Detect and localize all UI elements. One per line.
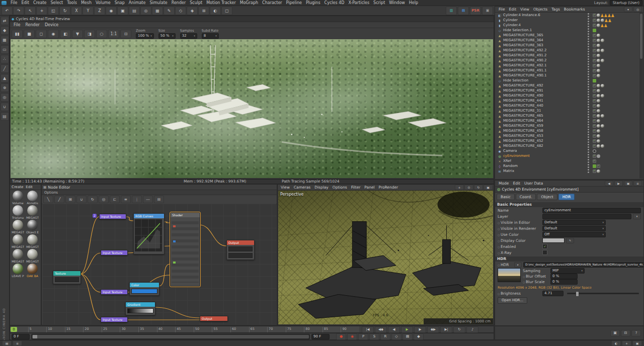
attribute-tab[interactable]: Basic <box>497 194 515 200</box>
record-rotation-icon[interactable]: R <box>380 333 390 340</box>
sphere-tag-icon[interactable] <box>601 39 604 42</box>
gradient-bar[interactable] <box>127 308 153 313</box>
check-tag-icon[interactable] <box>593 169 596 173</box>
open-hdr-button[interactable]: Open HDR... <box>498 297 527 304</box>
menu-item[interactable]: Script <box>371 0 387 6</box>
layer-panel-icon[interactable]: ▣ <box>632 340 642 346</box>
node-output[interactable]: Output <box>226 240 255 260</box>
render-queue-icon[interactable]: ▤ <box>2 340 12 346</box>
check-tag-icon[interactable] <box>593 39 596 42</box>
sphere-tag-icon[interactable] <box>601 114 604 118</box>
object-row[interactable]: XRef <box>496 158 639 163</box>
visibility-dots[interactable] <box>586 139 591 143</box>
attribute-tab[interactable]: HDR <box>558 194 575 200</box>
pause-icon[interactable]: ▮▮ <box>12 30 23 38</box>
material-item[interactable]: MEGAST <box>25 249 40 263</box>
visibility-dots[interactable] <box>586 144 591 148</box>
menu-item[interactable]: Create <box>31 0 49 6</box>
record-scale-icon[interactable]: S <box>369 333 379 340</box>
output-field[interactable] <box>228 246 253 251</box>
object-row[interactable]: MEGASTRUCTURE_441 <box>496 98 639 103</box>
record-parameter-icon[interactable]: ◇ <box>391 333 401 340</box>
sphere-tag-icon[interactable] <box>597 114 600 118</box>
keyframe-selection-icon[interactable]: ◆ <box>414 333 424 340</box>
material-item[interactable]: MEGAST <box>11 249 25 263</box>
menu-item[interactable]: Select <box>48 0 65 6</box>
sphere-tag-icon[interactable] <box>597 139 600 143</box>
object-row[interactable]: MEGASTRUCTURE_491 <box>496 88 639 93</box>
sphere-tag-icon[interactable] <box>597 169 600 173</box>
material-item[interactable]: LEAVE P <box>11 264 25 278</box>
menu-item[interactable]: File <box>9 0 19 6</box>
texture-mode-icon[interactable]: ▦ <box>1 36 9 44</box>
basic-properties-section[interactable]: Basic Properties <box>495 202 643 207</box>
preview-menu-item[interactable]: Device <box>42 22 61 28</box>
model-mode-icon[interactable]: ◆ <box>1 26 9 35</box>
attribute-tab[interactable]: Coord. <box>516 194 536 200</box>
object-row[interactable]: Cylinder.4 Instance.6 <box>496 13 639 18</box>
sampling-select[interactable]: MIP <box>550 268 585 274</box>
range-thumb[interactable] <box>33 335 37 338</box>
visibility-dots[interactable] <box>586 99 591 103</box>
lock-icon[interactable]: ▣ <box>624 181 632 186</box>
node-input-texture-4[interactable]: Input Texture <box>101 317 128 322</box>
visibility-dots[interactable] <box>586 18 591 23</box>
polygons-mode-icon[interactable]: ▲ <box>1 74 9 82</box>
material-menu-item[interactable]: Edit <box>26 184 33 190</box>
circle-icon[interactable]: ◎ <box>99 196 109 203</box>
check-tag-icon[interactable] <box>593 64 596 67</box>
material-item[interactable]: Object E <box>25 220 40 234</box>
object-row[interactable]: MEGASTRUCTURE_453 <box>496 133 639 138</box>
generator-icon[interactable]: ◇ <box>175 7 186 15</box>
sphere-tag-icon[interactable] <box>601 124 604 128</box>
visibility-dots[interactable] <box>586 28 591 33</box>
layout-selector[interactable]: Startup (User) <box>610 0 642 6</box>
menu-item[interactable]: Simulate <box>147 0 169 6</box>
check-tag-icon[interactable] <box>593 14 596 17</box>
check-tag-icon[interactable] <box>593 94 596 98</box>
visibility-dots[interactable] <box>586 159 591 163</box>
sphere-tag-icon[interactable] <box>597 124 600 128</box>
sphere-tag-icon[interactable] <box>597 44 600 47</box>
check-tag-icon[interactable] <box>593 49 596 52</box>
prev-key-icon[interactable]: ◀◆ <box>375 326 387 333</box>
check-tag-icon[interactable] <box>593 19 596 22</box>
visibility-dots[interactable] <box>586 134 591 138</box>
snapshot-icon[interactable]: ◨ <box>84 30 95 38</box>
menu-item[interactable]: Sculpt <box>188 0 204 6</box>
hdr-file-path[interactable]: D:\mc_design_ext\Textures\HDRI\HDRIHAVEN… <box>525 263 644 267</box>
menu-item[interactable]: Pipeline <box>284 0 304 6</box>
preview-menu-item[interactable]: Render <box>23 22 42 28</box>
viewport-menu-item[interactable]: Display <box>312 185 331 191</box>
visibility-dots[interactable] <box>586 83 591 88</box>
sphere-tag-icon[interactable] <box>597 94 600 98</box>
align-middle-icon[interactable]: ≡ <box>121 196 131 203</box>
camera-icon[interactable]: ▢ <box>221 7 232 15</box>
sphere-tag-icon[interactable] <box>601 144 604 148</box>
visibility-dots[interactable] <box>586 129 591 133</box>
visibility-dots[interactable] <box>586 43 591 48</box>
visibility-dots[interactable] <box>586 73 591 78</box>
next-frame-icon[interactable]: ▶ <box>414 326 426 333</box>
visibility-dots[interactable] <box>586 94 591 98</box>
object-row[interactable]: Hide Selection <box>496 78 639 83</box>
object-row[interactable]: Cylinder <box>496 18 639 23</box>
panel-menu-icon[interactable]: ≡ <box>633 181 642 186</box>
grid-snap-icon[interactable]: ⊞ <box>65 196 75 203</box>
attribute-menu-item[interactable]: Mode <box>497 181 511 187</box>
sphere-tag-icon[interactable] <box>597 59 600 62</box>
menu-item[interactable]: Volume <box>94 0 113 6</box>
pan-view-icon[interactable]: + <box>455 185 464 190</box>
layout-panes-icon[interactable]: ▥ <box>446 7 457 15</box>
material-item[interactable]: MEGAST <box>25 205 40 219</box>
object-row[interactable]: MEGASTRUCTURE_490.2 <box>496 58 639 63</box>
visibility-dots[interactable] <box>586 109 591 113</box>
dock-icon[interactable]: ⊟ <box>621 330 630 336</box>
camera-label[interactable]: Perspective <box>280 192 303 197</box>
object-row[interactable]: MEGASTRUCTURE_364 <box>496 38 639 43</box>
viewport-menu-item[interactable]: ProRender <box>377 185 400 191</box>
visibility-dots[interactable] <box>586 114 591 118</box>
end-frame-field[interactable]: 90 F <box>311 334 330 339</box>
sphere-tag-icon[interactable] <box>597 119 600 123</box>
object-list-scrollbar[interactable] <box>639 13 643 179</box>
